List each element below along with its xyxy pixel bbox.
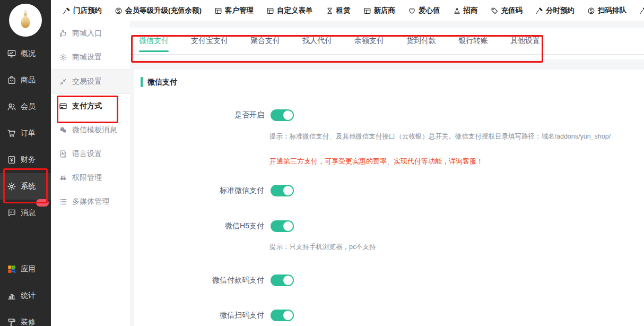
hand-up-icon [59, 29, 67, 38]
hourglass-icon [326, 7, 334, 15]
form-row-wechat-micropay: 微信付款码支付 [134, 274, 294, 286]
wechat-icon [59, 126, 67, 134]
submenu-item-wechat-template-message[interactable]: 微信模板消息 [51, 118, 130, 142]
nav-item-time-slot-booking[interactable]: 分时预约 [535, 6, 575, 15]
nav-item-customer-management[interactable]: 客户管理 [214, 6, 254, 15]
content-card: 微信支付 是否开启 [134, 70, 644, 326]
submenu-item-permission-management[interactable]: 权限管理 [51, 166, 130, 190]
toggle-switch[interactable] [271, 109, 294, 121]
credit-card-icon [59, 102, 67, 110]
tags-icon [491, 7, 499, 15]
nav-item-member-level-upgrade[interactable]: 会员等级升级(充值余额) [115, 6, 202, 15]
field-label: 微信付款码支付 [134, 276, 264, 285]
recycle-icon [453, 7, 461, 15]
field-label: 标准微信支付 [134, 186, 264, 195]
perfume-bottle-logo [16, 9, 35, 31]
form-icon [214, 7, 222, 15]
cart-icon [7, 128, 16, 138]
gear-icon [59, 53, 67, 62]
wallet-icon [7, 155, 16, 165]
submenu-item-mall-settings[interactable]: 商城设置 [51, 45, 130, 69]
nav-item-recharge-code[interactable]: 充值码 [491, 6, 523, 15]
sidebar-item-finance[interactable]: 财务 [0, 147, 51, 173]
tab-other-settings[interactable]: 其他设置 [510, 28, 540, 54]
hint-text: 提示：标准微信支付、及其他微信支付接口（云收银）总开关。微信支付授权目录填写路径… [269, 132, 611, 141]
gavel-icon [639, 7, 644, 15]
form-row-wechat-h5-pay: 微信H5支付 [134, 220, 294, 232]
system-submenu: 商城入口 商城设置 交易设置 支付方式 微信模板消息 [51, 21, 130, 326]
nav-item-new-store[interactable]: 新店商 [363, 6, 396, 15]
nav-item-investment[interactable]: 招商 [453, 6, 478, 15]
compress-arrows-icon [59, 78, 67, 86]
nav-item-overflow-partial[interactable] [639, 7, 644, 15]
bar-chart-icon [7, 291, 16, 301]
form-icon [363, 7, 371, 15]
shop-avatar[interactable] [9, 4, 42, 37]
monitor-chart-icon [7, 49, 16, 58]
sidebar-item-overview[interactable]: 概况 [0, 40, 51, 67]
toggle-switch[interactable] [271, 185, 294, 196]
hint-text: 提示：只支持手机浏览器，pc不支持 [269, 243, 376, 252]
form-row-note-third-party: 开通第三方支付，可享受更实惠的费率、实现代付等功能，详询客服！ [269, 157, 483, 166]
sidebar-item-messages[interactable]: 消息 ··· [0, 200, 51, 226]
sidebar-item-apps[interactable]: 应用 [0, 256, 51, 282]
gear-icon [7, 182, 16, 191]
toggle-switch[interactable] [271, 274, 294, 286]
toggle-knob [283, 186, 293, 195]
sidebar-item-system[interactable]: 系统 [0, 173, 51, 200]
heart-icon [408, 7, 416, 15]
form-row-standard-wechat-pay: 标准微信支付 [134, 185, 294, 196]
gavel-icon [63, 7, 71, 15]
nav-item-love-value[interactable]: 爱心值 [408, 6, 440, 15]
main-area: 微信支付 支付宝支付 聚合支付 找人代付 余额支付 [130, 21, 644, 326]
nav-item-custom-form[interactable]: 自定义表单 [266, 6, 313, 15]
binoculars-icon [59, 174, 67, 182]
tabbar-lower-strip [130, 55, 644, 59]
submenu-item-trade-settings[interactable]: 交易设置 [51, 69, 130, 94]
toggle-knob [283, 110, 293, 120]
tab-wechat-pay[interactable]: 微信支付 [139, 28, 169, 54]
settings-form: 是否开启 提示：标准微信支付、及其他微信支付接口（云收银）总开关。微信支付授权目… [134, 70, 644, 326]
chat-dots-icon [7, 208, 16, 218]
submenu-item-mall-entrance[interactable]: 商城入口 [51, 21, 130, 45]
submenu-item-media-management[interactable]: 多媒体管理 [51, 190, 130, 213]
nav-item-store-booking[interactable]: 门店预约 [63, 6, 102, 15]
field-label: 微信扫码支付 [134, 311, 264, 320]
sidebar-menu: 概况 商品 会员 订单 [0, 40, 51, 326]
tab-balance-pay[interactable]: 余额支付 [354, 28, 384, 54]
apps-grid-icon [7, 264, 16, 274]
toggle-knob [283, 221, 293, 231]
toggle-knob [283, 276, 293, 285]
sidebar-item-decoration[interactable]: 装修 [0, 309, 51, 326]
paint-roller-icon [7, 318, 16, 326]
toggle-switch[interactable] [271, 310, 294, 321]
sidebar-item-members[interactable]: 会员 [0, 93, 51, 120]
form-row-hint-h5: 提示：只支持手机浏览器，pc不支持 [269, 243, 376, 252]
tab-bank-transfer[interactable]: 银行转账 [458, 28, 488, 54]
tab-cash-on-delivery[interactable]: 货到付款 [406, 28, 436, 54]
form-row-wechat-qrcode-pay: 微信扫码支付 [134, 310, 294, 321]
submenu-item-language-settings[interactable]: 语言设置 [51, 142, 130, 166]
toggle-knob [283, 311, 293, 320]
nav-item-rental[interactable]: 租赁 [326, 6, 351, 15]
form-row-is-enabled: 是否开启 [134, 109, 294, 121]
yunshop-admin-screen: 门店预约 会员等级升级(充值余额) 客户管理 自定义表单 租赁 [0, 0, 644, 326]
sidebar-item-orders[interactable]: 订单 [0, 120, 51, 147]
list-icon [59, 198, 67, 206]
unread-badge: ··· [36, 199, 49, 207]
field-label: 微信H5支付 [134, 221, 264, 231]
goods-bag-icon [7, 75, 16, 85]
payment-tabs: 微信支付 支付宝支付 聚合支付 找人代付 余额支付 [130, 28, 644, 55]
sidebar-item-goods[interactable]: 商品 [0, 67, 51, 93]
hint-text: 开通第三方支付，可享受更实惠的费率、实现代付等功能，详询客服！ [269, 157, 483, 166]
toggle-switch[interactable] [271, 220, 294, 232]
nav-item-scan-code-queue[interactable]: 扫码排队 [587, 6, 626, 15]
tab-pay-for-others[interactable]: 找人代付 [302, 28, 332, 54]
submenu-item-payment-methods[interactable]: 支付方式 [51, 94, 130, 118]
form-icon [266, 7, 274, 15]
tab-alipay[interactable]: 支付宝支付 [191, 28, 228, 54]
tab-aggregate-pay[interactable]: 聚合支付 [250, 28, 280, 54]
s-circle-icon [587, 7, 595, 15]
sidebar-item-statistics[interactable]: 统计 [0, 282, 51, 309]
members-icon [7, 102, 16, 111]
